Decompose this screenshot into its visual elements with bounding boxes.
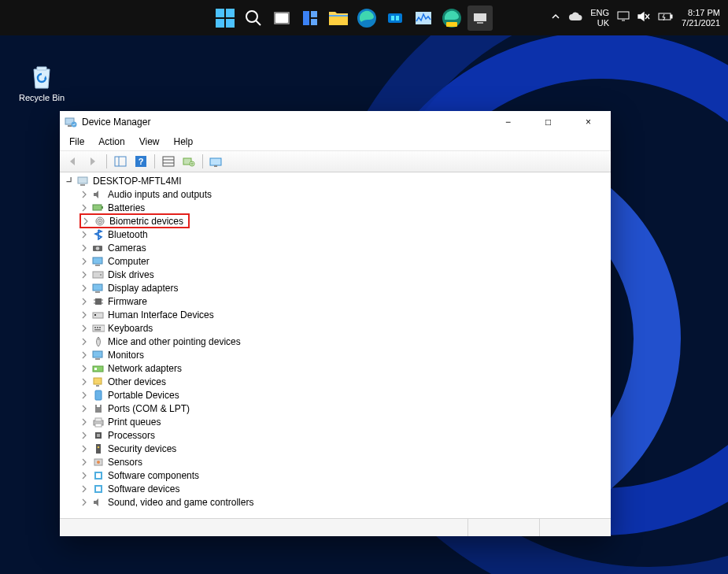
device-category-label: Biometric devices: [109, 216, 183, 227]
expand-icon[interactable]: [79, 350, 89, 360]
expand-icon[interactable]: [81, 217, 91, 226]
system-monitor-icon[interactable]: [411, 6, 436, 31]
menu-action[interactable]: Action: [92, 135, 131, 149]
language-top: ENG: [590, 8, 609, 17]
task-view-icon[interactable]: [269, 6, 294, 31]
minimize-button[interactable]: −: [490, 111, 526, 133]
device-category[interactable]: Processors: [79, 428, 611, 442]
svg-rect-90: [96, 473, 101, 478]
expand-icon[interactable]: [79, 297, 89, 306]
expand-icon[interactable]: [79, 417, 89, 427]
device-category-label: Bluetooth: [108, 229, 148, 240]
device-category[interactable]: Software components: [79, 468, 611, 482]
menu-view[interactable]: View: [133, 135, 166, 149]
expand-icon[interactable]: [79, 337, 89, 346]
sensor-icon: [92, 456, 105, 468]
device-category[interactable]: Display adapters: [79, 281, 611, 294]
expand-icon[interactable]: [79, 230, 89, 239]
svg-rect-82: [95, 424, 102, 427]
collapse-icon[interactable]: [65, 176, 74, 186]
device-category[interactable]: Print queues: [79, 415, 611, 428]
close-button[interactable]: ×: [571, 111, 606, 133]
recycle-bin-desktop-icon[interactable]: Recycle Bin: [14, 60, 69, 102]
clock[interactable]: 8:17 PM 7/21/2021: [682, 8, 720, 27]
forward-button[interactable]: [83, 153, 102, 170]
menu-file[interactable]: File: [63, 135, 91, 149]
expand-icon[interactable]: [79, 310, 89, 320]
scan-hardware-button[interactable]: [159, 153, 178, 170]
expand-icon[interactable]: [79, 404, 89, 413]
add-hardware-button[interactable]: [179, 153, 198, 170]
device-category[interactable]: Cameras: [79, 241, 611, 254]
device-category[interactable]: Sound, video and game controllers: [79, 495, 611, 509]
expand-icon[interactable]: [79, 484, 89, 494]
svg-rect-16: [396, 16, 399, 20]
device-category[interactable]: Network adapters: [79, 361, 611, 375]
search-icon[interactable]: [241, 6, 266, 31]
expand-icon[interactable]: [79, 364, 89, 373]
device-category[interactable]: Software devices: [79, 482, 611, 495]
device-category[interactable]: Batteries: [79, 201, 611, 214]
expand-icon[interactable]: [79, 283, 89, 293]
device-category[interactable]: Computer: [79, 254, 611, 268]
device-category[interactable]: Mice and other pointing devices: [79, 335, 611, 348]
device-category[interactable]: Sensors: [79, 455, 611, 468]
device-category-label: Mice and other pointing devices: [108, 336, 241, 347]
device-category[interactable]: Monitors: [79, 348, 611, 361]
device-manager-taskbar-icon[interactable]: [467, 6, 493, 31]
device-tree[interactable]: DESKTOP-MFTL4MI Audio inputs and outputs…: [60, 172, 611, 518]
onedrive-icon[interactable]: [568, 12, 582, 23]
expand-icon[interactable]: [79, 391, 89, 400]
intune-icon[interactable]: [382, 6, 408, 31]
expand-icon[interactable]: [79, 431, 89, 440]
properties-toolbar-button[interactable]: [207, 153, 226, 170]
expand-icon[interactable]: [79, 257, 89, 266]
expand-icon[interactable]: [79, 498, 89, 507]
device-category-label: Monitors: [108, 350, 144, 361]
device-category[interactable]: Bluetooth: [79, 228, 611, 241]
expand-icon[interactable]: [79, 190, 89, 199]
bluetooth-icon: [92, 228, 105, 241]
chevron-up-icon[interactable]: [551, 12, 560, 23]
show-hide-console-tree-button[interactable]: [111, 153, 130, 170]
expand-icon[interactable]: [79, 377, 89, 387]
fingerprint-icon: [94, 215, 106, 228]
back-button[interactable]: [63, 153, 82, 170]
menu-help[interactable]: Help: [168, 135, 200, 149]
language-indicator[interactable]: ENG UK: [590, 8, 609, 27]
device-category[interactable]: Security devices: [79, 442, 611, 455]
device-category[interactable]: Human Interface Devices: [79, 308, 611, 321]
start-icon[interactable]: [212, 6, 238, 31]
expand-icon[interactable]: [79, 444, 89, 454]
expand-icon[interactable]: [79, 471, 89, 480]
volume-muted-icon[interactable]: [637, 11, 650, 24]
expand-icon[interactable]: [79, 270, 89, 280]
tree-root-node[interactable]: DESKTOP-MFTL4MI: [65, 174, 611, 187]
hid-icon: [92, 309, 105, 321]
device-category[interactable]: Other devices: [79, 375, 611, 388]
file-explorer-icon[interactable]: [326, 6, 351, 31]
device-category[interactable]: Ports (COM & LPT): [79, 402, 611, 415]
window-title: Device Manager: [82, 117, 150, 128]
widgets-icon[interactable]: [297, 6, 323, 31]
edge-icon[interactable]: [354, 6, 379, 31]
device-category-biometric[interactable]: Biometric devices: [79, 214, 611, 228]
display-icon[interactable]: [617, 11, 630, 24]
svg-point-56: [100, 274, 102, 276]
titlebar[interactable]: Device Manager − □ ×: [60, 111, 611, 133]
maximize-button[interactable]: □: [530, 111, 566, 133]
device-category[interactable]: Firmware: [79, 294, 611, 308]
battery-charging-icon[interactable]: [658, 12, 674, 23]
device-category[interactable]: Keyboards: [79, 321, 611, 335]
expand-icon[interactable]: [79, 243, 89, 253]
device-category[interactable]: Disk drives: [79, 268, 611, 281]
edge-canary-icon[interactable]: [439, 6, 464, 31]
expand-icon[interactable]: [79, 203, 89, 213]
sw-icon: [92, 483, 105, 495]
device-category[interactable]: Audio inputs and outputs: [79, 187, 611, 201]
help-button[interactable]: ?: [131, 153, 150, 170]
expand-icon[interactable]: [79, 457, 89, 467]
expand-icon[interactable]: [79, 324, 89, 333]
device-category[interactable]: Portable Devices: [79, 388, 611, 402]
svg-point-4: [246, 11, 257, 22]
